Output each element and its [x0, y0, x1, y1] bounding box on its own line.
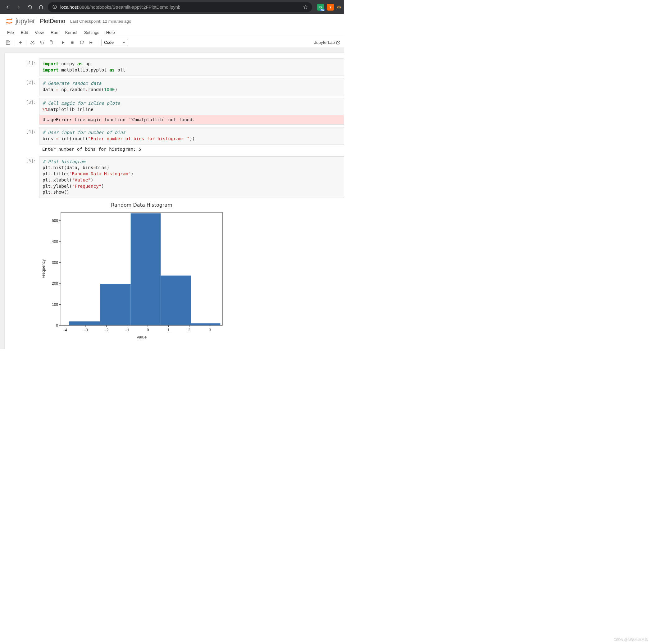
- cell-body: # Generate random data data = np.random.…: [39, 78, 344, 95]
- svg-marker-18: [91, 41, 93, 43]
- svg-text:Frequency: Frequency: [41, 259, 45, 279]
- svg-text:100: 100: [52, 302, 58, 307]
- svg-marker-17: [89, 41, 91, 43]
- cell-4[interactable]: [4]:# User input for number of bins bins…: [5, 127, 344, 153]
- plot-output: Random Data Histogram−4−3−2−101230100200…: [39, 198, 344, 341]
- histogram-plot: Random Data Histogram−4−3−2−101230100200…: [39, 201, 228, 341]
- paste-button[interactable]: [46, 38, 55, 47]
- svg-text:Random Data Histogram: Random Data Histogram: [111, 202, 173, 208]
- svg-marker-15: [62, 41, 65, 44]
- extension-grammarly[interactable]: GON: [317, 4, 324, 10]
- svg-rect-24: [161, 276, 191, 325]
- menu-file[interactable]: File: [4, 29, 18, 36]
- svg-point-3: [11, 18, 12, 19]
- notebook-area: [1]:import numpy as np import matplotlib…: [0, 48, 344, 349]
- cell-3[interactable]: [3]:# Cell magic for inline plots %%matp…: [5, 98, 344, 125]
- menu-help[interactable]: Help: [103, 29, 118, 36]
- code-input[interactable]: # Generate random data data = np.random.…: [39, 78, 344, 95]
- notebook-page: [1]:import numpy as np import matplotlib…: [5, 53, 344, 349]
- cell-body: # Cell magic for inline plots %%matplotl…: [39, 98, 344, 125]
- stop-button[interactable]: [68, 38, 77, 47]
- svg-text:Value: Value: [137, 335, 147, 340]
- cell-prompt: [3]:: [5, 98, 39, 125]
- url-bar[interactable]: localhost:8888/notebooks/Streamlit-app%2…: [48, 2, 312, 12]
- svg-rect-25: [191, 323, 220, 325]
- browser-chrome: localhost:8888/notebooks/Streamlit-app%2…: [0, 0, 344, 14]
- extension-y[interactable]: Y: [327, 4, 334, 10]
- extensions-area: GON Y ∞: [317, 4, 341, 10]
- cell-prompt: [1]:: [5, 58, 39, 76]
- jupyter-header: jupyter PlotDemo Last Checkpoint: 12 min…: [0, 14, 344, 28]
- svg-text:500: 500: [52, 218, 58, 223]
- cell-5[interactable]: [5]:# Plot histogram plt.hist(data, bins…: [5, 156, 344, 341]
- cell-prompt: [5]:: [5, 156, 39, 341]
- svg-rect-23: [131, 213, 161, 325]
- star-icon[interactable]: ☆: [303, 4, 308, 10]
- menu-view[interactable]: View: [31, 29, 47, 36]
- fast-forward-button[interactable]: [87, 38, 95, 47]
- code-input[interactable]: # User input for number of bins bins = i…: [39, 127, 344, 144]
- svg-text:−3: −3: [84, 328, 88, 332]
- restart-button[interactable]: [78, 38, 86, 47]
- home-button[interactable]: [37, 3, 45, 11]
- svg-text:2: 2: [188, 328, 190, 332]
- run-button[interactable]: [59, 38, 67, 47]
- jupyterlab-link[interactable]: JupyterLab: [314, 40, 340, 45]
- svg-text:200: 200: [52, 281, 58, 286]
- output-error: UsageError: Line magic function `%%matpl…: [39, 115, 344, 125]
- cell-body: import numpy as np import matplotlib.pyp…: [39, 58, 344, 76]
- cell-prompt: [2]:: [5, 78, 39, 95]
- cell-body: # Plot histogram plt.hist(data, bins=bin…: [39, 156, 344, 341]
- svg-rect-21: [69, 321, 100, 325]
- jupyter-logo-icon: [5, 17, 14, 26]
- jupyter-logo-text: jupyter: [16, 17, 35, 25]
- menu-edit[interactable]: Edit: [18, 29, 31, 36]
- menubar: FileEditViewRunKernelSettingsHelp: [0, 28, 344, 37]
- copy-button[interactable]: [37, 38, 46, 47]
- toolbar: Code JupyterLab: [0, 37, 344, 48]
- code-input[interactable]: # Plot histogram plt.hist(data, bins=bin…: [39, 156, 344, 198]
- menu-run[interactable]: Run: [47, 29, 62, 36]
- back-button[interactable]: [3, 3, 12, 11]
- cell-type-select[interactable]: Code: [101, 39, 128, 46]
- svg-point-5: [11, 24, 12, 24]
- svg-text:400: 400: [52, 239, 58, 244]
- cell-body: # User input for number of bins bins = i…: [39, 127, 344, 153]
- jupyter-logo[interactable]: jupyter: [5, 17, 35, 26]
- site-info-icon[interactable]: [52, 4, 57, 10]
- cut-button[interactable]: [28, 38, 37, 47]
- menu-settings[interactable]: Settings: [81, 29, 103, 36]
- cell-1[interactable]: [1]:import numpy as np import matplotlib…: [5, 58, 344, 76]
- svg-text:−4: −4: [63, 328, 67, 332]
- svg-rect-16: [71, 41, 73, 43]
- code-input[interactable]: import numpy as np import matplotlib.pyp…: [39, 58, 344, 76]
- svg-text:0: 0: [147, 328, 149, 332]
- save-button[interactable]: [4, 38, 12, 47]
- svg-point-4: [6, 23, 7, 24]
- reload-button[interactable]: [26, 3, 34, 11]
- menu-kernel[interactable]: Kernel: [62, 29, 81, 36]
- checkpoint-text: Last Checkpoint: 12 minutes ago: [70, 19, 131, 24]
- notebook-title[interactable]: PlotDemo: [40, 18, 65, 25]
- svg-text:300: 300: [52, 260, 58, 265]
- add-cell-button[interactable]: [16, 38, 25, 47]
- forward-button[interactable]: [14, 3, 23, 11]
- svg-text:−1: −1: [125, 328, 129, 332]
- svg-text:3: 3: [209, 328, 211, 332]
- output-stream: Enter number of bins for histogram: 5: [39, 145, 344, 154]
- cell-prompt: [4]:: [5, 127, 39, 153]
- svg-rect-22: [100, 284, 131, 325]
- url-text: localhost:8888/notebooks/Streamlit-app%2…: [60, 5, 181, 10]
- extension-loop-icon[interactable]: ∞: [337, 4, 341, 10]
- code-input[interactable]: # Cell magic for inline plots %%matplotl…: [39, 98, 344, 115]
- cell-2[interactable]: [2]:# Generate random data data = np.ran…: [5, 78, 344, 95]
- svg-text:1: 1: [167, 328, 169, 332]
- svg-text:0: 0: [56, 323, 58, 328]
- svg-rect-12: [41, 42, 43, 44]
- svg-text:−2: −2: [104, 328, 109, 332]
